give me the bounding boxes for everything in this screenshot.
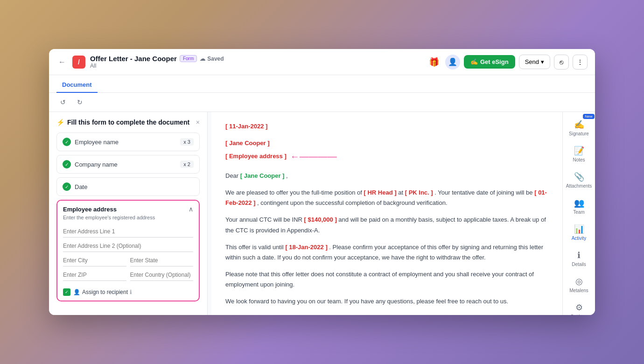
zip-input[interactable] [63, 269, 126, 281]
metalens-icon: ◎ [575, 276, 583, 287]
doc-para5: We look forward to having you on our tea… [225, 296, 548, 307]
notes-icon: 📝 [574, 146, 584, 156]
address-inputs [57, 224, 199, 285]
toolbar: ↺ ↻ [49, 93, 595, 112]
check-icon-2: ✓ [63, 160, 71, 168]
more-button[interactable]: ⋮ [573, 55, 588, 70]
main-body: ⚡ Fill this form to complete the documen… [49, 112, 595, 315]
doc-employee-address-tag: [ Employee address ] [225, 151, 287, 161]
employee-name-field[interactable]: ✓ Employee name x 3 [56, 133, 200, 151]
sidebar-activity-label: Activity [572, 236, 587, 241]
share-button[interactable]: ⎋ [554, 55, 569, 70]
app-logo: / [72, 56, 85, 69]
doc-company-tag: [ PK Inc. ] [405, 189, 433, 196]
employee-name-count: x 3 [180, 138, 194, 146]
doc-para2: Your annual CTC will be INR [ $140,000 ]… [225, 215, 548, 235]
form-close-button[interactable]: × [196, 119, 200, 126]
city-input[interactable] [63, 255, 126, 266]
sidebar-item-activity[interactable]: 📊 Activity [566, 220, 593, 245]
esign-button[interactable]: ✍ Get eSign [464, 55, 515, 69]
address-arrow: ←———— [290, 148, 337, 164]
undo-button[interactable]: ↺ [56, 96, 70, 109]
doc-para1: We are pleased to offer you the full-tim… [225, 188, 548, 208]
esign-icon: ✍ [470, 58, 478, 65]
sidebar-item-details[interactable]: ℹ Details [566, 246, 593, 271]
sidebar-item-metalens[interactable]: ◎ Metalens [566, 273, 593, 297]
app-header: ← / Offer Letter - Jane Cooper Form ☁ Sa… [49, 49, 595, 75]
doc-date-block: [ 11-Jan-2022 ] [225, 121, 548, 132]
form-fields: ✓ Employee name x 3 ✓ Company name x 2 ✓ [49, 131, 207, 198]
doc-date-tag: [ 11-Jan-2022 ] [225, 123, 267, 130]
sidebar-metalens-label: Metalens [569, 288, 588, 293]
sidebar-item-notes[interactable]: 📝 Notes [566, 142, 593, 166]
sidebar-item-signature[interactable]: ✍ Signature [566, 116, 593, 140]
doc-closing: Sincerely, [225, 313, 548, 315]
doc-para3: This offer is valid until [ 18-Jan-2022 … [225, 242, 548, 263]
assign-row: ✓ 👤 Assign to recipient ℹ [57, 285, 199, 301]
lightning-icon: ⚡ [56, 119, 64, 126]
tabs-bar: Document [49, 75, 595, 93]
activity-icon: 📊 [574, 224, 584, 234]
assign-checkbox[interactable]: ✓ [63, 288, 70, 296]
document-content: [ 11-Jan-2022 ] [ Jane Cooper ] [ Employ… [211, 112, 562, 315]
state-input[interactable] [130, 255, 194, 266]
sidebar-team-label: Team [573, 210, 584, 215]
breadcrumb: All [90, 63, 224, 69]
company-name-field[interactable]: ✓ Company name x 2 [56, 155, 200, 174]
company-name-count: x 2 [180, 161, 194, 168]
doc-dear-block: Dear [ Jane Cooper ] , [225, 171, 548, 181]
doc-dear-name: [ Jane Cooper ] [240, 172, 286, 179]
doc-para4: Please note that this offer letter does … [225, 269, 548, 290]
tab-document[interactable]: Document [56, 77, 98, 93]
doc-employee-name-tag: [ Jane Cooper ] [225, 140, 270, 147]
sidebar-signature-label: Signature [569, 131, 589, 136]
back-button[interactable]: ← [56, 56, 68, 68]
doc-valid-date-tag: [ 18-Jan-2022 ] [285, 244, 327, 251]
notification-icon[interactable]: 🎁 [427, 55, 441, 70]
header-title-group: Offer Letter - Jane Cooper Form ☁ Saved … [90, 55, 224, 69]
redo-button[interactable]: ↻ [73, 96, 86, 109]
header-actions: 🎁 👤 ✍ Get eSign Send ▾ ⎋ ⋮ [427, 55, 588, 70]
assign-info-icon: ℹ [130, 289, 132, 295]
sidebar-settings-label: Settings [570, 314, 587, 315]
settings-icon: ⚙ [575, 302, 583, 313]
saved-badge: ☁ Saved [200, 56, 224, 62]
sidebar-item-attachments[interactable]: 📎 Attachments [566, 168, 593, 192]
check-icon: ✓ [63, 138, 71, 146]
sidebar-notes-label: Notes [573, 157, 585, 162]
address-section-title: Employee address [63, 206, 117, 213]
date-field[interactable]: ✓ Date [56, 177, 200, 196]
sidebar-item-team[interactable]: 👥 Team [566, 194, 593, 218]
doc-position-tag: [ HR Head ] [364, 189, 397, 196]
attachments-icon: 📎 [574, 172, 584, 182]
right-sidebar: ✍ Signature New 📝 Notes 📎 Attachments 👥 … [562, 112, 595, 315]
sidebar-signature-wrapper: ✍ Signature New [566, 116, 593, 140]
user-avatar[interactable]: 👤 [445, 55, 460, 70]
panel-divider [208, 112, 211, 315]
details-icon: ℹ [577, 250, 581, 260]
country-input[interactable] [130, 269, 194, 281]
doc-name-address-block: [ Jane Cooper ] [ Employee address ] ←——… [225, 138, 548, 164]
form-title: ⚡ Fill this form to complete the documen… [56, 119, 189, 126]
left-panel: ⚡ Fill this form to complete the documen… [49, 112, 208, 315]
sidebar-item-settings[interactable]: ⚙ Settings [566, 299, 593, 315]
send-button[interactable]: Send ▾ [519, 55, 550, 69]
address-line2-input[interactable] [63, 240, 193, 252]
new-badge: New [583, 114, 594, 119]
address-subtitle: Enter the employee's registered address [57, 215, 199, 224]
team-icon: 👥 [574, 198, 584, 208]
document-title: Offer Letter - Jane Cooper Form ☁ Saved [90, 55, 224, 63]
address-section: Employee address ∧ Enter the employee's … [56, 200, 200, 301]
sidebar-attachments-label: Attachments [566, 183, 592, 189]
doc-ctc-tag: [ $140,000 ] [304, 216, 337, 223]
address-line1-input[interactable] [63, 226, 193, 238]
check-icon-3: ✓ [63, 182, 71, 191]
address-collapse-button[interactable]: ∧ [189, 205, 193, 213]
form-badge: Form [180, 55, 197, 62]
form-header: ⚡ Fill this form to complete the documen… [49, 112, 207, 131]
address-header: Employee address ∧ [57, 201, 199, 215]
header-left: ← / Offer Letter - Jane Cooper Form ☁ Sa… [56, 55, 427, 69]
signature-icon: ✍ [574, 119, 584, 130]
assign-label: 👤 Assign to recipient ℹ [73, 289, 132, 295]
sidebar-details-label: Details [572, 262, 586, 267]
